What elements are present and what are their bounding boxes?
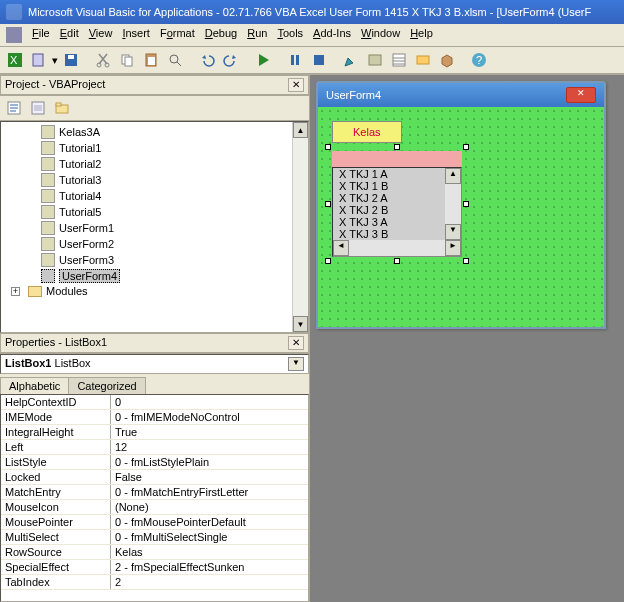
menu-addins[interactable]: Add-Ins [313, 27, 351, 43]
tab-categorized[interactable]: Categorized [68, 377, 145, 394]
tree-item[interactable]: UserForm4 [41, 268, 306, 284]
tab-alphabetic[interactable]: Alphabetic [0, 377, 69, 394]
tree-item[interactable]: UserForm1 [41, 220, 306, 236]
tree-item[interactable]: Kelas3A [41, 124, 306, 140]
break-button[interactable] [284, 49, 306, 71]
project-button[interactable] [364, 49, 386, 71]
property-row[interactable]: HelpContextID0 [1, 395, 308, 410]
user-form-window[interactable]: UserForm4 ✕ Kelas X TKJ 1 AX TKJ 1 BX TK… [316, 81, 606, 329]
menu-help[interactable]: Help [410, 27, 433, 43]
insert-form-button[interactable] [28, 49, 50, 71]
property-row[interactable]: MatchEntry0 - fmMatchEntryFirstLetter [1, 485, 308, 500]
lb-scroll-down[interactable]: ▼ [445, 224, 461, 240]
cut-button[interactable] [92, 49, 114, 71]
menu-view[interactable]: View [89, 27, 113, 43]
tree-scrollbar[interactable]: ▲ ▼ [292, 122, 308, 332]
folder-toggle-button[interactable] [52, 98, 72, 118]
list-item[interactable]: X TKJ 2 A [333, 192, 445, 204]
lb-scroll-up[interactable]: ▲ [445, 168, 461, 184]
property-value[interactable]: (None) [111, 500, 308, 514]
property-value[interactable]: 2 [111, 575, 308, 589]
list-item[interactable]: X TKJ 3 A [333, 216, 445, 228]
property-value[interactable]: 0 - fmIMEModeNoControl [111, 410, 308, 424]
project-tree[interactable]: Kelas3ATutorial1Tutorial2Tutorial3Tutori… [0, 121, 309, 333]
property-row[interactable]: IntegralHeightTrue [1, 425, 308, 440]
listbox-container[interactable]: X TKJ 1 AX TKJ 1 BX TKJ 2 AX TKJ 2 BX TK… [332, 151, 462, 257]
tree-item[interactable]: Tutorial5 [41, 204, 306, 220]
stop-button[interactable] [308, 49, 330, 71]
property-row[interactable]: RowSourceKelas [1, 545, 308, 560]
property-value[interactable]: Kelas [111, 545, 308, 559]
scroll-down-button[interactable]: ▼ [293, 316, 308, 332]
property-row[interactable]: MultiSelect0 - fmMultiSelectSingle [1, 530, 308, 545]
property-value[interactable]: 0 - fmMousePointerDefault [111, 515, 308, 529]
menu-window[interactable]: Window [361, 27, 400, 43]
lb-scroll-left[interactable]: ◄ [333, 240, 349, 256]
property-value[interactable]: False [111, 470, 308, 484]
help-button[interactable]: ? [468, 49, 490, 71]
paste-button[interactable] [140, 49, 162, 71]
property-row[interactable]: ListStyle0 - fmListStylePlain [1, 455, 308, 470]
project-close-button[interactable]: ✕ [288, 78, 304, 92]
excel-button[interactable]: X [4, 49, 26, 71]
property-value[interactable]: 2 - fmSpecialEffectSunken [111, 560, 308, 574]
properties-close-button[interactable]: ✕ [288, 336, 304, 350]
form-titlebar[interactable]: UserForm4 ✕ [318, 83, 604, 107]
property-value[interactable]: 0 - fmMatchEntryFirstLetter [111, 485, 308, 499]
property-row[interactable]: IMEMode0 - fmIMEModeNoControl [1, 410, 308, 425]
menu-tools[interactable]: Tools [277, 27, 303, 43]
menu-insert[interactable]: Insert [122, 27, 150, 43]
menu-file[interactable]: File [32, 27, 50, 43]
property-value[interactable]: 12 [111, 440, 308, 454]
tree-item[interactable]: Tutorial4 [41, 188, 306, 204]
toolbox-button[interactable] [436, 49, 458, 71]
tree-item[interactable]: UserForm3 [41, 252, 306, 268]
list-item[interactable]: X TKJ 1 A [333, 168, 445, 180]
property-row[interactable]: Left12 [1, 440, 308, 455]
list-item[interactable]: X TKJ 3 B [333, 228, 445, 240]
property-row[interactable]: TabIndex2 [1, 575, 308, 590]
tree-item[interactable]: Tutorial1 [41, 140, 306, 156]
property-row[interactable]: MousePointer0 - fmMousePointerDefault [1, 515, 308, 530]
lb-scroll-right[interactable]: ► [445, 240, 461, 256]
listbox1[interactable]: X TKJ 1 AX TKJ 1 BX TKJ 2 AX TKJ 2 BX TK… [332, 167, 462, 257]
tree-item[interactable]: Tutorial3 [41, 172, 306, 188]
menu-edit[interactable]: Edit [60, 27, 79, 43]
copy-button[interactable] [116, 49, 138, 71]
properties-button[interactable] [388, 49, 410, 71]
control-icon[interactable] [6, 27, 22, 43]
tree-item[interactable]: Tutorial2 [41, 156, 306, 172]
view-object-button[interactable] [28, 98, 48, 118]
scroll-up-button[interactable]: ▲ [293, 122, 308, 138]
list-item[interactable]: X TKJ 1 B [333, 180, 445, 192]
undo-button[interactable] [196, 49, 218, 71]
form-close-button[interactable]: ✕ [566, 87, 596, 103]
save-button[interactable] [60, 49, 82, 71]
listbox-scrollbar-v[interactable]: ▲ ▼ [445, 168, 461, 240]
tree-folder-modules[interactable]: + Modules [11, 284, 306, 298]
label-kelas[interactable]: Kelas [332, 121, 402, 143]
menu-debug[interactable]: Debug [205, 27, 237, 43]
property-row[interactable]: MouseIcon(None) [1, 500, 308, 515]
properties-grid[interactable]: HelpContextID0IMEMode0 - fmIMEModeNoCont… [0, 394, 309, 602]
view-code-button[interactable] [4, 98, 24, 118]
menu-format[interactable]: Format [160, 27, 195, 43]
design-button[interactable] [340, 49, 362, 71]
property-row[interactable]: SpecialEffect2 - fmSpecialEffectSunken [1, 560, 308, 575]
menu-run[interactable]: Run [247, 27, 267, 43]
find-button[interactable] [164, 49, 186, 71]
object-browser-button[interactable] [412, 49, 434, 71]
expand-icon[interactable]: + [11, 287, 20, 296]
property-value[interactable]: 0 - fmMultiSelectSingle [111, 530, 308, 544]
list-item[interactable]: X TKJ 2 B [333, 204, 445, 216]
listbox-scrollbar-h[interactable]: ◄ ► [333, 240, 461, 256]
property-value[interactable]: 0 - fmListStylePlain [111, 455, 308, 469]
property-row[interactable]: LockedFalse [1, 470, 308, 485]
dropdown-icon[interactable]: ▼ [288, 357, 304, 371]
property-value[interactable]: 0 [111, 395, 308, 409]
form-body[interactable]: Kelas X TKJ 1 AX TKJ 1 BX TKJ 2 AX TKJ 2… [318, 107, 604, 327]
redo-button[interactable] [220, 49, 242, 71]
property-value[interactable]: True [111, 425, 308, 439]
run-button[interactable] [252, 49, 274, 71]
object-selector[interactable]: ListBox1 ListBox ▼ [0, 354, 309, 374]
